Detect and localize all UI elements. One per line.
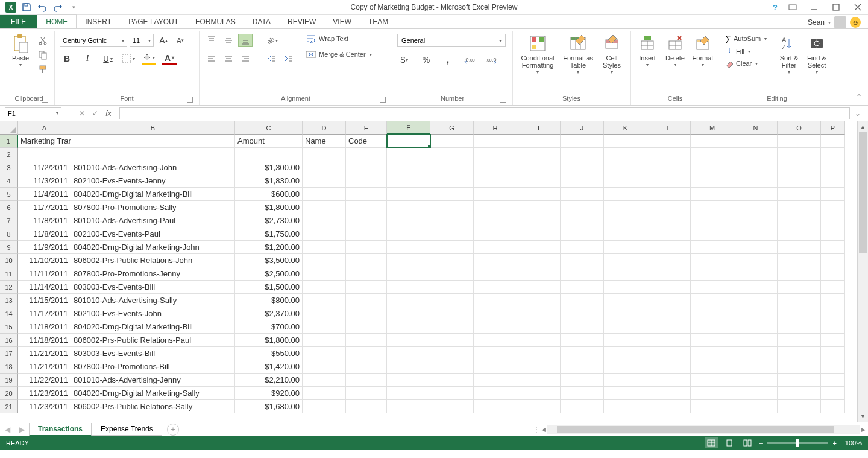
cell[interactable]: 11/23/2011 <box>18 387 71 400</box>
tab-formulas[interactable]: FORMULAS <box>187 15 244 28</box>
cell[interactable]: $700.00 <box>235 320 303 334</box>
cell[interactable] <box>691 347 734 360</box>
cell[interactable] <box>561 214 604 227</box>
cell[interactable]: $1,750.00 <box>235 227 303 241</box>
number-format-select[interactable]: General▾ <box>397 34 506 47</box>
cell[interactable] <box>734 188 778 201</box>
cell[interactable] <box>604 267 647 281</box>
cell[interactable] <box>561 347 604 360</box>
cell[interactable] <box>346 227 387 241</box>
cell[interactable] <box>778 347 821 360</box>
cell[interactable]: 802100-Evs-Events-Paul <box>71 227 235 241</box>
cell[interactable] <box>647 374 691 387</box>
cell[interactable]: 806002-Prs-Public Relations-John <box>71 254 235 267</box>
cell[interactable] <box>734 161 778 174</box>
cell[interactable] <box>346 267 387 281</box>
borders-icon[interactable]: ▾ <box>121 52 136 65</box>
cell[interactable]: 803003-Evs-Events-Bill <box>71 281 235 294</box>
cell[interactable] <box>387 227 430 241</box>
zoom-level[interactable]: 100% <box>845 439 862 447</box>
delete-cells-button[interactable]: Delete▾ <box>663 34 687 68</box>
cell[interactable] <box>71 135 235 148</box>
cell[interactable] <box>517 294 561 307</box>
cell[interactable] <box>303 214 346 227</box>
row-header[interactable]: 3 <box>0 161 18 174</box>
cell[interactable] <box>517 307 561 320</box>
cell[interactable] <box>691 241 734 254</box>
wrap-text-button[interactable]: Wrap Text <box>306 34 372 43</box>
cell[interactable]: 11/22/2011 <box>18 374 71 387</box>
cell[interactable] <box>561 201 604 214</box>
cell[interactable]: 11/9/2011 <box>18 241 71 254</box>
help-icon[interactable]: ? <box>773 3 778 12</box>
cell[interactable] <box>346 294 387 307</box>
undo-icon[interactable] <box>35 1 49 14</box>
cell[interactable]: $1,420.00 <box>235 360 303 374</box>
cell[interactable] <box>778 241 821 254</box>
cell[interactable] <box>821 387 845 400</box>
cell[interactable] <box>604 374 647 387</box>
row-header[interactable]: 14 <box>0 307 18 320</box>
cell[interactable] <box>303 148 346 161</box>
cell[interactable] <box>561 188 604 201</box>
column-header-G[interactable]: G <box>430 121 474 135</box>
cell[interactable] <box>303 307 346 320</box>
cell[interactable] <box>647 360 691 374</box>
cell[interactable] <box>647 267 691 281</box>
cell[interactable] <box>517 347 561 360</box>
cell[interactable] <box>821 334 845 347</box>
formula-input[interactable] <box>119 107 850 119</box>
cell[interactable] <box>647 174 691 188</box>
cell[interactable] <box>71 148 235 161</box>
percent-format-icon[interactable]: % <box>419 53 433 66</box>
cell[interactable] <box>517 241 561 254</box>
cell[interactable] <box>604 387 647 400</box>
align-top-icon[interactable] <box>204 34 219 47</box>
column-header-K[interactable]: K <box>604 121 647 135</box>
cell[interactable] <box>647 201 691 214</box>
cell[interactable] <box>691 267 734 281</box>
cell[interactable] <box>604 294 647 307</box>
cell[interactable] <box>303 334 346 347</box>
cell[interactable] <box>303 227 346 241</box>
cell[interactable] <box>387 387 430 400</box>
column-header-D[interactable]: D <box>303 121 346 135</box>
cell[interactable] <box>430 267 474 281</box>
cell[interactable] <box>778 174 821 188</box>
cell[interactable] <box>691 374 734 387</box>
horizontal-scrollbar[interactable] <box>547 425 860 434</box>
cell[interactable] <box>346 214 387 227</box>
cell[interactable] <box>821 161 845 174</box>
cell[interactable]: 11/8/2011 <box>18 214 71 227</box>
cell[interactable]: $1,680.00 <box>235 400 303 413</box>
cell[interactable]: $1,830.00 <box>235 174 303 188</box>
cell[interactable] <box>561 387 604 400</box>
cell[interactable] <box>561 320 604 334</box>
cell[interactable] <box>387 400 430 413</box>
font-name-select[interactable]: Century Gothic▾ <box>60 34 127 47</box>
insert-cells-button[interactable]: Insert▾ <box>635 34 659 68</box>
zoom-out-icon[interactable]: − <box>759 439 763 447</box>
cell[interactable] <box>778 400 821 413</box>
cell[interactable]: Amount <box>235 135 303 148</box>
cell[interactable] <box>474 347 517 360</box>
cell[interactable] <box>691 135 734 148</box>
underline-button[interactable]: U▾ <box>101 52 115 65</box>
cell[interactable] <box>517 387 561 400</box>
cell[interactable] <box>387 374 430 387</box>
cell[interactable] <box>561 281 604 294</box>
cell[interactable] <box>647 214 691 227</box>
cell[interactable] <box>604 188 647 201</box>
cell[interactable] <box>517 201 561 214</box>
cell[interactable]: 11/21/2011 <box>18 360 71 374</box>
increase-decimal-icon[interactable]: .0.00 <box>462 53 477 66</box>
cell[interactable] <box>430 214 474 227</box>
cell[interactable] <box>734 294 778 307</box>
cell[interactable] <box>691 281 734 294</box>
row-header[interactable]: 1 <box>0 135 18 148</box>
cell[interactable] <box>647 347 691 360</box>
cell[interactable]: 11/4/2011 <box>18 188 71 201</box>
cell[interactable] <box>734 227 778 241</box>
tab-view[interactable]: VIEW <box>324 15 360 28</box>
cell[interactable] <box>387 241 430 254</box>
